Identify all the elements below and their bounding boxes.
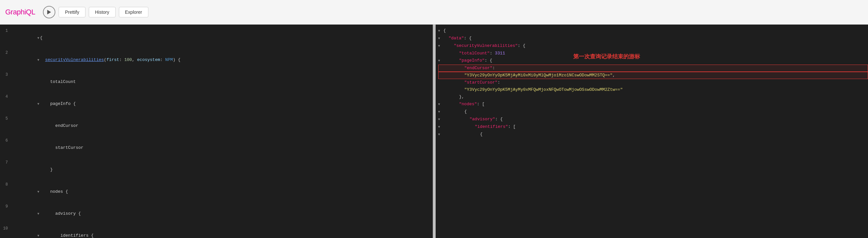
- json-collapse[interactable]: ▼: [438, 124, 443, 131]
- line-content: ▼ identifiers {: [12, 225, 433, 238]
- panel-divider[interactable]: [433, 25, 436, 238]
- collapse-triangle[interactable]: ▼: [37, 102, 39, 106]
- json-content: {: [443, 131, 868, 138]
- collapse-triangle[interactable]: ▼: [37, 234, 39, 238]
- code-line: 3 ▶ totalCount: [0, 71, 433, 93]
- json-content: },: [443, 93, 868, 101]
- play-button[interactable]: [43, 6, 55, 18]
- code-line: 5 ▶ endCursor: [0, 115, 433, 137]
- json-line: ▼ "securityVulnerabilities": {: [438, 42, 868, 50]
- json-content: "identifiers": [: [443, 123, 868, 130]
- json-content: "advisory": {: [443, 116, 868, 123]
- line-content: ▼ advisory {: [12, 203, 433, 225]
- line-content: ▶ totalCount: [12, 71, 433, 93]
- code-line: 2 ▼ securityVulnerabilities(first: 100, …: [0, 49, 433, 71]
- line-content: ▼ pageInfo {: [12, 93, 433, 115]
- json-line: ▼ {: [438, 27, 868, 35]
- toolbar: GraphiQL Prettify History Explorer: [0, 0, 868, 25]
- json-line: ▼ "data": {: [438, 35, 868, 42]
- json-line-highlighted: "endCursor":: [438, 65, 868, 72]
- line-number: 8: [0, 182, 12, 187]
- line-number: 7: [0, 160, 12, 165]
- json-output: ▼ { ▼ "data": { ▼ "securityVulnerabiliti…: [436, 25, 868, 141]
- json-line: ▼ {: [438, 131, 868, 138]
- json-line: "Y3Vyc29yOnYyOpK5MjAyMy0xMFQwMjoxNFQwOTo…: [438, 86, 868, 93]
- line-number: 5: [0, 116, 12, 121]
- json-line: "startCursor":: [438, 79, 868, 86]
- json-content: "Y3Vyc29yOnYyOpK5MjAyMy0xMFQwMjoxNFQwOTo…: [443, 86, 868, 93]
- line-number: 6: [0, 138, 12, 143]
- line-number: 4: [0, 94, 12, 99]
- json-collapse[interactable]: ▼: [438, 109, 443, 116]
- line-content: ▶ startCursor: [12, 137, 433, 159]
- json-line: ▼ "identifiers": [: [438, 123, 868, 131]
- json-content: "startCursor":: [443, 79, 868, 86]
- line-content: ▼ securityVulnerabilities(first: 100, ec…: [12, 49, 433, 71]
- json-collapse[interactable]: ▼: [438, 57, 443, 65]
- json-content: "pageInfo": {: [443, 57, 868, 64]
- line-content: ▼{: [12, 27, 433, 49]
- line-number: 10: [0, 226, 12, 231]
- json-line: ▼ "advisory": {: [438, 116, 868, 123]
- code-line: 9 ▼ advisory {: [0, 203, 433, 225]
- json-content: {: [443, 27, 868, 34]
- json-collapse[interactable]: ▼: [438, 101, 443, 108]
- line-content: ▶ }: [12, 159, 433, 181]
- json-content: "totalCount": 3311: [443, 50, 868, 57]
- code-lines: 1 ▼{ 2 ▼ securityVulnerabilities(first: …: [0, 25, 433, 238]
- json-line: },: [438, 93, 868, 101]
- json-line: ▼ {: [438, 108, 868, 116]
- app-logo: GraphiQL: [5, 8, 35, 17]
- json-collapse[interactable]: ▼: [438, 35, 443, 42]
- code-line: 1 ▼{: [0, 27, 433, 49]
- line-number: 2: [0, 51, 12, 55]
- code-line: 6 ▶ startCursor: [0, 137, 433, 159]
- line-number: 3: [0, 72, 12, 77]
- explorer-button[interactable]: Explorer: [119, 7, 148, 18]
- code-line: 10 ▼ identifiers {: [0, 225, 433, 238]
- response-panel[interactable]: ▼ { ▼ "data": { ▼ "securityVulnerabiliti…: [436, 25, 868, 238]
- json-content: "securityVulnerabilities": {: [443, 42, 868, 50]
- prettify-button[interactable]: Prettify: [59, 7, 86, 18]
- json-content: {: [443, 108, 868, 115]
- json-collapse[interactable]: ▼: [438, 116, 443, 123]
- collapse-triangle[interactable]: ▼: [37, 212, 39, 216]
- json-line-highlighted: "Y3Vyc29yOnYyOpK5MjAyMi0xMi0yMlQwMjo1Mzo…: [438, 72, 868, 79]
- line-number: 1: [0, 29, 12, 33]
- logo-graphi: GraphiQL: [5, 8, 35, 16]
- json-content: "nodes": [: [443, 101, 868, 108]
- line-content: ▶ endCursor: [12, 115, 433, 137]
- json-collapse[interactable]: ▼: [438, 131, 443, 138]
- line-content: ▼ nodes {: [12, 181, 433, 203]
- field-link[interactable]: securityVulnerabilities: [45, 57, 104, 62]
- code-line: 4 ▼ pageInfo {: [0, 93, 433, 115]
- code-line: 8 ▼ nodes {: [0, 181, 433, 203]
- query-editor[interactable]: 1 ▼{ 2 ▼ securityVulnerabilities(first: …: [0, 25, 433, 238]
- collapse-triangle[interactable]: ▼: [37, 58, 39, 62]
- json-content: "endCursor":: [443, 65, 868, 72]
- history-button[interactable]: History: [89, 7, 116, 18]
- json-collapse[interactable]: ▼: [438, 42, 443, 50]
- json-line: ▼ "nodes": [: [438, 101, 868, 108]
- json-collapse[interactable]: ▼: [438, 28, 443, 35]
- main-content: 1 ▼{ 2 ▼ securityVulnerabilities(first: …: [0, 25, 868, 238]
- svg-marker-0: [48, 10, 52, 14]
- json-content: "data": {: [443, 35, 868, 42]
- json-line: "totalCount": 3311: [438, 50, 868, 57]
- collapse-triangle[interactable]: ▼: [37, 190, 39, 194]
- code-line: 7 ▶ }: [0, 159, 433, 181]
- line-number: 9: [0, 204, 12, 209]
- json-line: ▼ "pageInfo": {: [438, 57, 868, 65]
- collapse-triangle[interactable]: ▼: [37, 36, 39, 40]
- json-content: "Y3Vyc29yOnYyOpK5MjAyMi0xMi0yMlQwMjo1Mzo…: [443, 72, 868, 79]
